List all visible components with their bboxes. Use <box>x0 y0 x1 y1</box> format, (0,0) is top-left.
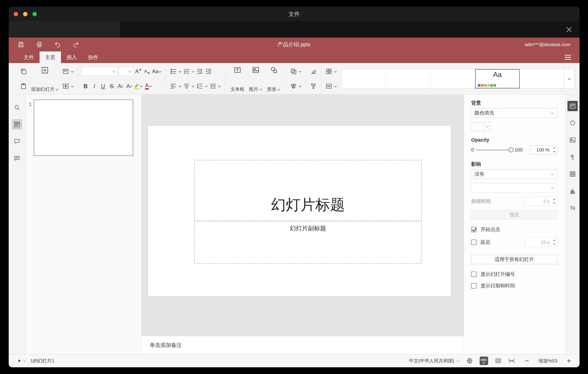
background-fill-select[interactable]: 颜色填充 <box>471 108 557 118</box>
numbered-list-icon[interactable] <box>183 67 190 76</box>
undo-icon[interactable] <box>54 41 61 48</box>
font-color-button[interactable]: A <box>144 82 153 91</box>
decrease-font-button[interactable]: A <box>143 67 151 76</box>
save-icon[interactable] <box>18 41 24 48</box>
color-picker-chevron-icon[interactable] <box>484 122 490 131</box>
theme-item[interactable] <box>520 69 564 88</box>
duration-spinner[interactable]: 2 s <box>525 197 557 206</box>
search-icon[interactable] <box>12 102 22 112</box>
slide-layout-icon[interactable] <box>62 67 70 76</box>
vertical-align-icon[interactable] <box>183 82 190 91</box>
delay-spinner[interactable]: 10 s <box>525 238 557 247</box>
gallery-expand-icon[interactable] <box>564 69 574 88</box>
font-size-combo[interactable] <box>119 67 133 76</box>
slide-thumbnail-number: 1 <box>29 102 32 107</box>
spellcheck-toggle[interactable]: ABC <box>480 357 488 365</box>
highlight-color-button[interactable] <box>134 82 143 91</box>
theme-item[interactable] <box>341 69 386 88</box>
start-slideshow-button[interactable] <box>17 359 26 363</box>
background-color-picker[interactable] <box>471 122 490 131</box>
table-settings-icon[interactable] <box>567 169 578 179</box>
clear-style-icon[interactable] <box>310 67 317 76</box>
show-slide-number-checkbox[interactable] <box>471 272 476 277</box>
show-date-time-checkbox[interactable] <box>471 283 476 288</box>
color-scheme-icon[interactable] <box>325 67 333 76</box>
close-traffic-light[interactable] <box>14 12 18 16</box>
slide-subtitle-placeholder[interactable]: 幻灯片副标题 <box>194 221 421 264</box>
tab-home[interactable]: 主页 <box>40 51 61 63</box>
fit-width-icon[interactable] <box>508 357 515 364</box>
comments-icon[interactable] <box>12 136 22 146</box>
print-icon[interactable] <box>36 41 43 48</box>
copy-icon[interactable] <box>19 67 28 76</box>
slide-thumbnails-panel: 1 <box>25 95 141 354</box>
increase-font-button[interactable]: A <box>135 67 142 76</box>
zoom-out-button[interactable]: − <box>525 357 529 364</box>
increase-indent-icon[interactable] <box>205 67 212 76</box>
globe-icon[interactable] <box>466 357 473 364</box>
superscript-button[interactable]: A2 <box>117 82 124 91</box>
textbox-button[interactable]: 文本框 <box>228 63 247 94</box>
titlebar: 文件 <box>9 7 579 21</box>
slide-thumbnail[interactable] <box>34 99 133 156</box>
italic-button[interactable]: I <box>91 82 98 91</box>
add-slide-button[interactable]: 添加幻灯片 <box>29 63 61 94</box>
delay-checkbox[interactable] <box>471 240 476 245</box>
image-settings-icon[interactable] <box>567 135 578 145</box>
copy-style-icon[interactable] <box>310 82 317 91</box>
minimize-traffic-light[interactable] <box>23 12 28 16</box>
theme-item[interactable] <box>430 69 475 88</box>
columns-icon[interactable] <box>209 82 217 91</box>
effect-select[interactable]: 没有 <box>471 169 557 179</box>
shape-button[interactable]: 形状 <box>265 63 283 94</box>
paragraph-settings-icon[interactable]: ¶ <box>567 152 578 162</box>
notes-area[interactable]: 单击添加备注 <box>141 336 464 354</box>
chart-settings-icon[interactable] <box>567 186 578 196</box>
textart-settings-icon[interactable]: Ta <box>567 203 578 213</box>
slide-settings-icon[interactable] <box>567 101 578 111</box>
zoom-traffic-light[interactable] <box>32 12 37 16</box>
line-spacing-icon[interactable] <box>196 82 203 91</box>
add-slide-label: 添加幻灯片 <box>31 86 54 92</box>
slide[interactable]: 幻灯片标题 幻灯片副标题 <box>148 126 451 296</box>
chat-icon[interactable] <box>12 153 22 164</box>
paste-icon[interactable] <box>19 82 28 91</box>
horizontal-align-icon[interactable] <box>169 82 177 91</box>
opacity-spinner[interactable]: 100 % <box>530 145 557 154</box>
preview-button[interactable]: 预览 <box>471 210 557 220</box>
theme-item[interactable] <box>386 69 431 88</box>
image-button[interactable]: 图片 <box>247 63 265 94</box>
slide-title-placeholder[interactable]: 幻灯片标题 <box>194 160 421 221</box>
start-on-click-checkbox[interactable] <box>471 227 476 232</box>
fit-slide-icon[interactable] <box>495 357 502 364</box>
arrange-shape-icon[interactable] <box>290 67 297 76</box>
opacity-slider-knob[interactable] <box>509 147 514 152</box>
tab-collaboration[interactable]: 协作 <box>83 51 104 63</box>
redo-icon[interactable] <box>73 41 79 48</box>
subscript-button[interactable]: A2 <box>125 82 133 91</box>
shape-settings-icon[interactable] <box>567 118 578 128</box>
align-shape-icon[interactable] <box>290 82 297 91</box>
tab-insert[interactable]: 插入 <box>61 51 83 63</box>
change-case-button[interactable]: Aa <box>152 67 162 76</box>
font-family-combo[interactable] <box>82 67 117 76</box>
start-slideshow-icon[interactable] <box>62 82 70 91</box>
effect-option-select[interactable] <box>471 183 557 192</box>
delay-label: 延迟 <box>481 239 490 246</box>
slide-settings-panel: 背景 颜色填充 Opacity 0 100 100 % <box>464 95 566 354</box>
slides-panel-icon[interactable] <box>12 119 22 130</box>
bold-button[interactable]: B <box>82 82 89 91</box>
tab-file[interactable]: 文件 <box>18 51 40 63</box>
slide-size-icon[interactable] <box>325 82 333 91</box>
opacity-slider[interactable] <box>476 150 513 150</box>
apply-to-all-slides-button[interactable]: 适用于所有幻灯片 <box>471 255 557 264</box>
decrease-indent-icon[interactable] <box>196 67 203 76</box>
bullet-list-icon[interactable] <box>169 67 177 76</box>
zoom-in-button[interactable]: + <box>567 357 571 364</box>
close-icon[interactable] <box>564 24 574 35</box>
language-selector[interactable]: 中文(中华人民共和国) <box>409 358 460 364</box>
strikethrough-button[interactable]: S <box>108 82 116 91</box>
underline-button[interactable]: U <box>99 82 107 91</box>
menu-icon[interactable] <box>565 55 571 60</box>
theme-item-selected[interactable]: Aa <box>475 69 520 88</box>
